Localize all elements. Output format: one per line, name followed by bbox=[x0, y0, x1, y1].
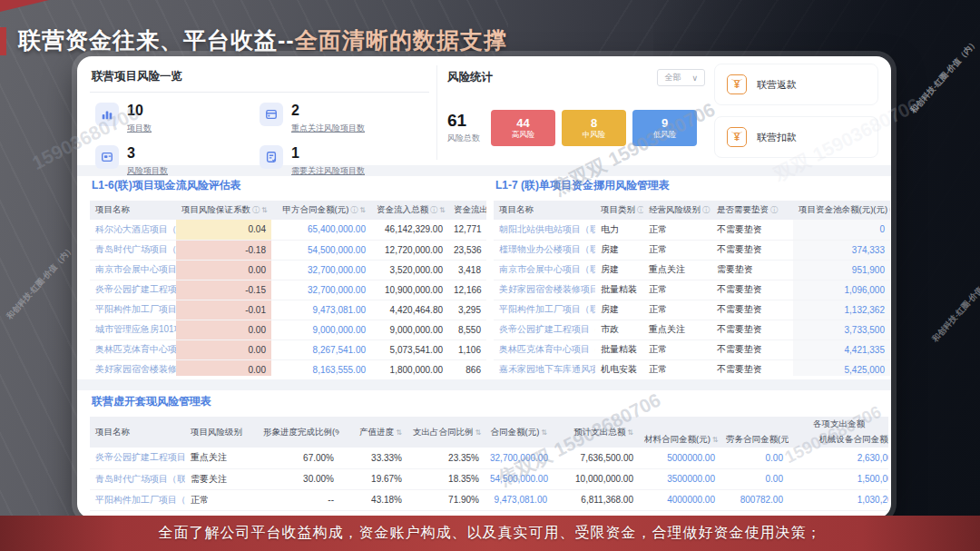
project-name-link[interactable]: 炎帝公园扩建工程项目（... bbox=[494, 320, 595, 339]
contract-amount-link[interactable]: 32,700,000.00 bbox=[271, 260, 371, 280]
project-name-link[interactable]: 奥林匹克体育中心项目（... bbox=[494, 339, 595, 359]
contract-amount-link[interactable]: 8,267,541.00 bbox=[271, 339, 371, 359]
mid-risk-badge[interactable]: 8 中风险 bbox=[562, 110, 626, 146]
overview-section-title: 联营项目风险一览 bbox=[90, 64, 429, 93]
stat-projects: 10 项目数 bbox=[95, 103, 260, 134]
project-name-link[interactable]: 槿璟物业办公楼项目（联... bbox=[494, 240, 595, 260]
estimated-cell: 7,636,500.00 bbox=[553, 448, 639, 468]
red-envelope-icon: ¥ bbox=[727, 127, 747, 147]
info-icon[interactable]: ⓘ bbox=[770, 206, 778, 214]
stat-value: 2 bbox=[291, 103, 299, 118]
badge-label: 低风险 bbox=[653, 131, 677, 139]
info-icon[interactable]: ⓘ bbox=[637, 206, 643, 214]
sort-icon[interactable]: ⇅ bbox=[261, 206, 268, 214]
stat-label[interactable]: 重点关注风险项目数 bbox=[291, 123, 365, 134]
outflow-cell: 1,106 bbox=[448, 339, 486, 359]
info-icon[interactable]: ⓘ bbox=[889, 206, 890, 214]
advance-cell: 不需要垫资 bbox=[711, 359, 793, 376]
material-amount-link[interactable]: 5000000.00 bbox=[639, 448, 720, 468]
sort-icon[interactable]: ⇅ bbox=[439, 206, 446, 214]
project-name-link[interactable]: 嘉禾家园地下车库通风项... bbox=[494, 359, 595, 376]
contract-amount-link[interactable]: 54,500,000.00 bbox=[271, 240, 371, 260]
contract-amount-link[interactable]: 32,700,000.00 bbox=[271, 280, 371, 300]
category-cell: 房建 bbox=[595, 300, 643, 320]
risk-level-cell: 正常 bbox=[643, 339, 711, 359]
advance-cell: 不需要垫资 bbox=[711, 280, 793, 300]
machine-amount-link[interactable]: 2,630,000.00 bbox=[789, 448, 888, 468]
advance-cell: 不需要垫资 bbox=[711, 220, 793, 240]
sort-icon[interactable]: ⇅ bbox=[396, 428, 402, 437]
outflow-cell: 12,771 bbox=[448, 220, 486, 240]
sort-icon[interactable]: ⇅ bbox=[475, 428, 482, 437]
project-name-link[interactable]: 美好家园宿舍楼装修项目... bbox=[90, 359, 176, 376]
badge-label: 中风险 bbox=[583, 131, 606, 139]
table-row: 青岛时代广场项目（联营）需要关注30.00%19.67%18.35%54,500… bbox=[90, 468, 888, 489]
balance-cell: 951,900 bbox=[793, 260, 890, 280]
column-header: 预计支出总额⇅ bbox=[553, 417, 639, 448]
labor-amount-link[interactable]: 0.00 bbox=[720, 468, 789, 489]
outflow-cell: 12,166 bbox=[448, 280, 486, 300]
sort-icon[interactable]: ⇅ bbox=[541, 428, 547, 437]
machine-amount-link[interactable]: 1,030,200.00 bbox=[789, 489, 888, 510]
expense-ratio-cell: 23.35% bbox=[407, 448, 485, 468]
stat-need-attention-risk-projects: 1 需要关注风险项目数 bbox=[260, 145, 424, 177]
info-icon[interactable]: ⓘ bbox=[350, 206, 358, 214]
inflow-cell: 9,000,000.00 bbox=[371, 320, 448, 339]
labor-amount-link[interactable]: 0.00 bbox=[720, 448, 789, 468]
project-name-link[interactable]: 朝阳北站供电站项目（联... bbox=[494, 220, 595, 240]
project-name-link[interactable]: 南京市会展中心项目（联... bbox=[494, 260, 595, 280]
contract-amount-link[interactable]: 9,000,000.00 bbox=[271, 320, 371, 339]
table-row: 南京市会展中心项目（联...0.0032,700,000.003,520,000… bbox=[90, 260, 486, 280]
balance-cell: 1,096,000 bbox=[793, 280, 890, 300]
material-amount-link[interactable]: 3500000.00 bbox=[639, 468, 720, 489]
column-header: 项目类别ⓘ bbox=[595, 201, 643, 220]
project-name-link[interactable]: 美好家园宿舍楼装修项目... bbox=[494, 280, 595, 300]
risk-level-cell: 正常 bbox=[643, 280, 711, 300]
low-risk-badge[interactable]: 9 低风险 bbox=[632, 110, 697, 146]
risk-filter-dropdown[interactable]: 全部 ∨ bbox=[657, 69, 705, 86]
doc-check-icon bbox=[260, 145, 283, 169]
section-divider-strip bbox=[77, 379, 891, 390]
project-name-link[interactable]: 平阳构件加工厂项目（联营） bbox=[90, 489, 185, 510]
misuse-table-title: L1-7 (联)单项目资金挪用风险管理表 bbox=[495, 178, 890, 193]
high-risk-badge[interactable]: 44 高风险 bbox=[491, 110, 555, 146]
contract-amount-link[interactable]: 54,500,000.00 bbox=[485, 468, 553, 489]
contract-amount-link[interactable]: 65,400,000.00 bbox=[271, 220, 371, 240]
info-icon[interactable]: ⓘ bbox=[252, 206, 260, 214]
project-name-link[interactable]: 平阳构件加工厂项目（联... bbox=[90, 300, 176, 320]
fraud-table: 项目名称 项目风险级别 形象进度完成比例(%) 产值进度⇅ 支出占合同比例⇅ 合… bbox=[90, 417, 888, 511]
info-icon[interactable]: ⓘ bbox=[702, 206, 710, 214]
column-header: 项目名称 bbox=[90, 201, 176, 220]
machine-amount-link[interactable]: 1,500,000.00 bbox=[789, 468, 888, 489]
coef-cell: -0.01 bbox=[176, 300, 271, 320]
project-name-link[interactable]: 青岛时代广场项目（联营） bbox=[90, 468, 185, 489]
sort-icon[interactable]: ⇅ bbox=[712, 436, 719, 444]
stat-label[interactable]: 需要关注风险项目数 bbox=[291, 165, 365, 177]
labor-amount-link[interactable]: 800782.00 bbox=[720, 489, 789, 510]
project-name-link[interactable]: 奥林匹克体育中心项目（... bbox=[90, 339, 176, 359]
info-icon[interactable]: ⓘ bbox=[430, 206, 437, 214]
sort-icon[interactable]: ⇅ bbox=[359, 206, 366, 214]
project-name-link[interactable]: 南京市会展中心项目（联... bbox=[90, 260, 176, 280]
project-name-link[interactable]: 炎帝公园扩建工程项目（... bbox=[90, 280, 176, 300]
contract-amount-link[interactable]: 9,473,081.00 bbox=[485, 489, 553, 510]
project-name-link[interactable]: 科尔沁大酒店项目（联营） bbox=[90, 220, 176, 240]
outflow-cell: 8,550 bbox=[448, 320, 486, 339]
joint-venture-refund-button[interactable]: ¥ 联营返款 bbox=[714, 64, 878, 105]
project-name-link[interactable]: 青岛时代广场项目（联营） bbox=[90, 240, 176, 260]
inflow-cell: 5,073,541.00 bbox=[371, 339, 448, 359]
stat-label[interactable]: 风险项目数 bbox=[127, 165, 168, 177]
material-amount-link[interactable]: 4000000.00 bbox=[639, 489, 720, 510]
joint-venture-deduction-button[interactable]: ¥ 联营扣款 bbox=[714, 116, 878, 158]
contract-amount-link[interactable]: 32,700,000.00 bbox=[485, 448, 553, 468]
expense-ratio-cell: 18.35% bbox=[407, 468, 485, 489]
table-row: 平阳构件加工厂项目（联...-0.019,473,081.004,420,464… bbox=[90, 300, 486, 320]
project-name-link[interactable]: 平阳构件加工厂项目（联... bbox=[494, 300, 595, 320]
project-name-link[interactable]: 炎帝公园扩建工程项目（联... bbox=[90, 448, 185, 468]
contract-amount-link[interactable]: 9,473,081.00 bbox=[271, 300, 371, 320]
sort-icon[interactable]: ⇅ bbox=[627, 428, 633, 437]
stat-label[interactable]: 项目数 bbox=[127, 123, 152, 134]
page-title-highlight: 全面清晰的数据支撑 bbox=[295, 27, 507, 53]
project-name-link[interactable]: 城市管理应急房101项目... bbox=[90, 320, 176, 339]
contract-amount-link[interactable]: 8,163,555.00 bbox=[271, 359, 371, 376]
